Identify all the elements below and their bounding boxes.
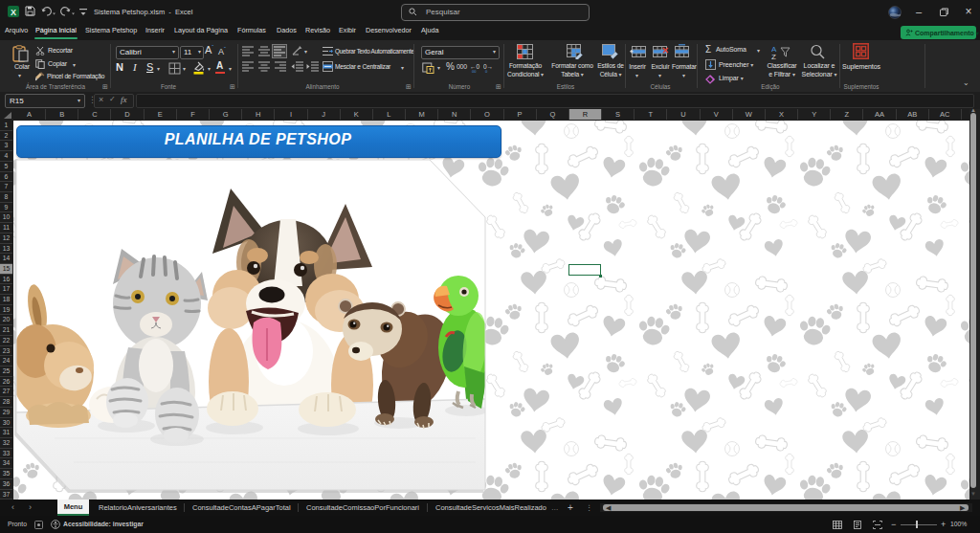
svg-text:00: 00 [472, 69, 477, 74]
svg-text:Z: Z [771, 53, 776, 60]
svg-text:X: X [11, 8, 16, 17]
